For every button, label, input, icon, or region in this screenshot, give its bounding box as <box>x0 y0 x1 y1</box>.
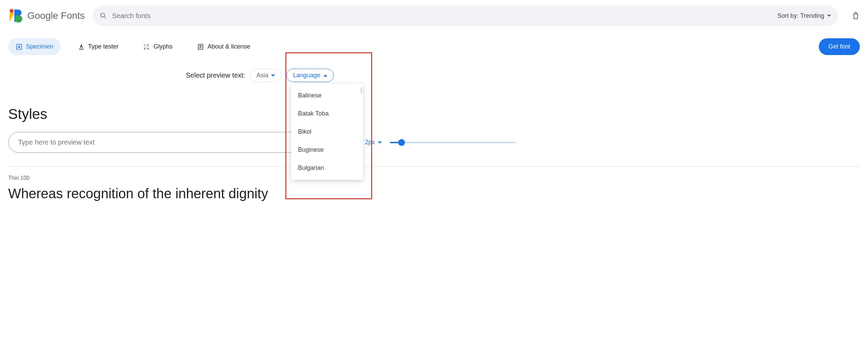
get-font-button[interactable]: Get font <box>819 38 860 55</box>
search-bar[interactable]: Sort by: Trending <box>93 5 838 26</box>
tab-glyphs[interactable]: A文&% Glyphs <box>136 38 180 55</box>
tab-label: Specimen <box>26 43 53 50</box>
svg-line-4 <box>104 17 106 18</box>
dropdown-item[interactable]: Bikol <box>291 123 363 141</box>
type-tester-icon <box>78 43 85 50</box>
dropdown-item[interactable]: Buginese <box>291 141 363 159</box>
tab-type-tester[interactable]: Type tester <box>70 38 126 55</box>
sort-label: Sort by: Trending <box>777 12 824 19</box>
svg-point-0 <box>10 9 14 13</box>
styles-heading: Styles <box>8 106 860 122</box>
chevron-up-icon <box>323 75 327 77</box>
specimen-icon <box>16 43 23 50</box>
region-chip[interactable]: Asia <box>250 69 282 82</box>
chevron-down-icon <box>271 75 275 77</box>
tab-label: About & license <box>207 43 250 50</box>
svg-text:&: & <box>144 47 146 50</box>
font-size-slider[interactable] <box>390 142 516 143</box>
glyphs-icon: A文&% <box>143 43 150 50</box>
language-dropdown[interactable]: Balinese Batak Toba Bikol Buginese Bulga… <box>291 84 363 180</box>
tab-about-license[interactable]: About & license <box>190 38 258 55</box>
preview-text-label: Select preview text: <box>186 71 245 79</box>
google-fonts-logo-icon <box>8 8 23 23</box>
search-icon <box>100 12 107 19</box>
logo[interactable]: Google Fonts <box>8 8 85 23</box>
font-size-selector[interactable]: 2px <box>365 139 382 146</box>
svg-point-3 <box>101 13 105 17</box>
search-input[interactable] <box>112 12 761 20</box>
tab-label: Type tester <box>88 43 119 50</box>
language-chip[interactable]: Language <box>286 69 334 82</box>
sort-dropdown[interactable]: Sort by: Trending <box>769 12 831 19</box>
scrollbar[interactable] <box>361 87 362 93</box>
dropdown-item[interactable]: Balinese <box>291 86 363 105</box>
dropdown-item[interactable]: Batak Toba <box>291 105 363 123</box>
document-icon <box>197 43 204 50</box>
svg-point-2 <box>15 15 22 23</box>
svg-point-1 <box>15 10 22 16</box>
dropdown-item[interactable]: Bulgarian <box>291 159 363 177</box>
chip-label: Language <box>293 72 320 79</box>
svg-text:A: A <box>144 43 146 47</box>
size-value: 2px <box>365 139 375 146</box>
preview-text-input[interactable] <box>8 132 336 153</box>
tab-label: Glyphs <box>153 43 173 50</box>
svg-text:%: % <box>147 47 149 50</box>
chevron-down-icon <box>378 142 382 144</box>
slider-thumb[interactable] <box>398 139 405 146</box>
brand-text: Google Fonts <box>27 10 85 21</box>
tab-specimen[interactable]: Specimen <box>8 38 61 55</box>
chip-label: Asia <box>256 72 268 79</box>
style-sample-text: Whereas recognition of the inherent dign… <box>8 186 860 201</box>
shopping-bag-icon[interactable] <box>852 12 860 20</box>
chevron-down-icon <box>827 15 831 17</box>
svg-text:文: 文 <box>147 43 149 47</box>
style-weight-label: Thin 100 <box>8 175 860 181</box>
